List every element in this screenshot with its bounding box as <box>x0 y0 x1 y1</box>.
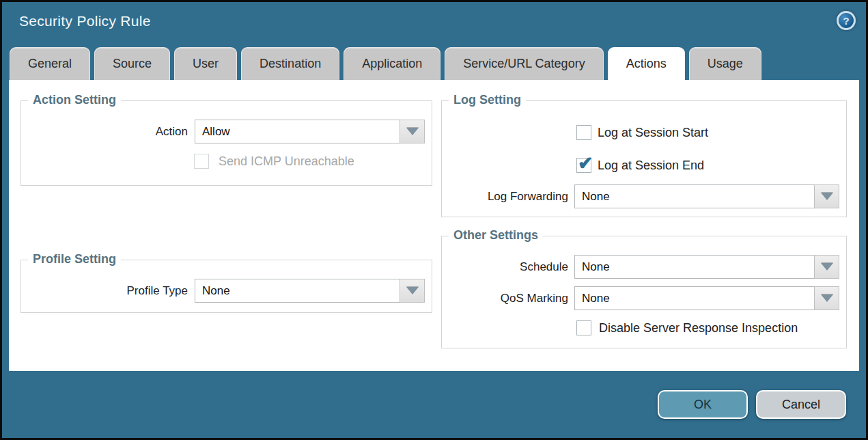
profile-type-select-arrow-button[interactable] <box>400 279 425 303</box>
action-select-arrow-button[interactable] <box>400 120 425 143</box>
schedule-select-value: None <box>574 255 815 279</box>
tab-destination[interactable]: Destination <box>241 47 339 80</box>
security-policy-rule-dialog: Security Policy Rule ? General Source Us… <box>2 2 866 438</box>
action-select-value: Allow <box>195 120 400 143</box>
qos-marking-select-value: None <box>574 286 815 310</box>
log-at-session-start-checkbox[interactable] <box>576 125 591 140</box>
log-at-session-end-label: Log at Session End <box>598 158 704 173</box>
schedule-select[interactable]: None <box>574 255 839 279</box>
log-forwarding-select[interactable]: None <box>574 184 839 208</box>
ok-button[interactable]: OK <box>658 390 748 419</box>
tab-general[interactable]: General <box>10 47 90 80</box>
tab-service-url-category[interactable]: Service/URL Category <box>445 47 603 80</box>
schedule-select-arrow-button[interactable] <box>814 255 839 279</box>
action-setting-legend: Action Setting <box>28 93 121 107</box>
send-icmp-unreachable-label: Send ICMP Unreachable <box>219 154 354 169</box>
content-panel: Action Setting Action Allow Send ICMP Un… <box>9 80 859 371</box>
log-forwarding-select-arrow-button[interactable] <box>814 184 839 208</box>
cancel-button[interactable]: Cancel <box>756 390 846 419</box>
log-at-session-start-label: Log at Session Start <box>598 125 708 140</box>
log-forwarding-select-value: None <box>574 184 815 208</box>
action-select[interactable]: Allow <box>195 120 425 143</box>
tab-source[interactable]: Source <box>94 47 170 80</box>
help-icon[interactable]: ? <box>837 11 856 30</box>
log-forwarding-label: Log Forwarding <box>432 189 568 204</box>
schedule-label: Schedule <box>432 260 568 275</box>
log-setting-legend: Log Setting <box>449 93 526 107</box>
qos-marking-label: QoS Marking <box>432 291 568 306</box>
profile-type-label: Profile Type <box>51 284 188 299</box>
profile-setting-legend: Profile Setting <box>28 252 121 266</box>
profile-type-select[interactable]: None <box>195 279 425 303</box>
chevron-down-icon <box>406 287 419 294</box>
action-label: Action <box>51 124 188 139</box>
disable-server-response-inspection-label: Disable Server Response Inspection <box>599 320 798 335</box>
tab-actions[interactable]: Actions <box>608 47 685 80</box>
tab-bar: General Source User Destination Applicat… <box>10 47 761 80</box>
chevron-down-icon <box>821 193 833 200</box>
other-settings-legend: Other Settings <box>449 228 543 243</box>
chevron-down-icon <box>821 294 833 302</box>
log-at-session-end-checkbox[interactable] <box>576 158 591 173</box>
tab-user[interactable]: User <box>174 47 237 80</box>
chevron-down-icon <box>821 263 833 271</box>
tab-usage[interactable]: Usage <box>689 47 761 80</box>
qos-marking-select-arrow-button[interactable] <box>814 286 839 310</box>
qos-marking-select[interactable]: None <box>574 286 839 310</box>
profile-type-select-value: None <box>195 279 400 303</box>
chevron-down-icon <box>406 128 419 135</box>
tab-application[interactable]: Application <box>344 47 440 80</box>
send-icmp-unreachable-checkbox <box>194 154 209 169</box>
dialog-title: Security Policy Rule <box>19 13 151 29</box>
disable-server-response-inspection-checkbox[interactable] <box>576 320 591 335</box>
